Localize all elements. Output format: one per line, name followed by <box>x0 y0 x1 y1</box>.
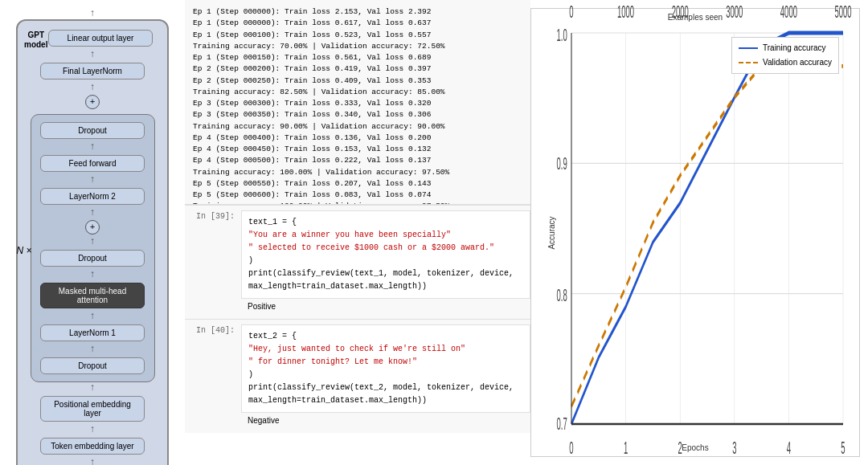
svg-text:0.8: 0.8 <box>557 285 567 305</box>
arrow: ↑ <box>89 312 95 321</box>
arrow: ↑ <box>89 208 95 218</box>
log-line: Ep 1 (Step 000150): Train loss 0.561, Va… <box>193 52 522 63</box>
chart-title-x: Examples seen <box>531 13 859 22</box>
cell1-code[interactable]: text_1 = { "You are a winner you have be… <box>241 210 530 299</box>
layer-attention: Masked multi-headattention <box>40 283 145 308</box>
layer-layernorm1: LayerNorm 1 <box>40 324 145 341</box>
layer-dropout-2: Dropout <box>40 250 145 267</box>
log-line: Ep 5 (Step 000550): Train loss 0.207, Va… <box>193 178 522 190</box>
log-line: Ep 5 (Step 000600): Train loss 0.083, Va… <box>193 190 522 201</box>
log-line: Ep 3 (Step 000300): Train loss 0.333, Va… <box>193 98 522 109</box>
layer-final-layernorm: Final LayerNorm <box>40 63 145 80</box>
legend-training-line <box>739 47 758 49</box>
chart-x-label: Epochs <box>531 443 859 452</box>
code-line: text_1 = { <box>248 216 523 229</box>
arrow: ↑ <box>89 345 95 354</box>
log-line: Ep 1 (Step 000000): Train loss 0.617, Va… <box>193 18 522 29</box>
layer-dropout-1: Dropout <box>40 122 145 139</box>
log-line: Ep 1 (Step 000100): Train loss 0.523, Va… <box>193 30 522 41</box>
training-accuracy-line <box>571 33 843 424</box>
layer-dropout-3: Dropout <box>40 357 145 374</box>
code-cell-1: In [39]: text_1 = { "You are a winner yo… <box>185 205 530 319</box>
validation-accuracy-line <box>571 66 843 406</box>
cell2-code[interactable]: text_2 = { "Hey, just wanted to check if… <box>241 324 530 413</box>
code-line: " for dinner tonight? Let me know!" <box>248 356 523 369</box>
layer-positional: Positional embedding layer <box>40 396 145 422</box>
diagram-section: ↑ GPTmodel Linear output layer ↑ Final L… <box>0 0 185 465</box>
cell2-label: In [40]: <box>185 324 241 335</box>
plus-circle-top: + <box>85 95 100 109</box>
layer-feed-forward: Feed forward <box>40 155 145 172</box>
training-log: Ep 1 (Step 000000): Train loss 2.153, Va… <box>185 0 530 205</box>
legend-validation-line <box>739 62 758 63</box>
code-line: print(classify_review(text_2, model, tok… <box>248 381 523 407</box>
nx-label: N × <box>17 245 32 256</box>
log-line: Training accuracy: 70.00% | Validation a… <box>193 41 522 52</box>
cell2-output: Negative <box>185 413 530 428</box>
chart-y-label: Accuracy <box>547 216 556 249</box>
code-cell-2: In [40]: text_2 = { "Hey, just wanted to… <box>185 319 530 433</box>
arrow: ↑ <box>89 83 95 92</box>
legend-validation: Validation accuracy <box>739 55 832 70</box>
middle-section: Ep 1 (Step 000000): Train loss 2.153, Va… <box>185 0 530 465</box>
chart-section: Examples seen Accuracy Epochs Training a… <box>530 0 868 465</box>
log-line: Ep 3 (Step 000350): Train loss 0.340, Va… <box>193 109 522 120</box>
arrow: ↑ <box>89 383 95 393</box>
arrow: ↑ <box>89 50 95 59</box>
log-line: Training accuracy: 100.00% | Validation … <box>193 167 522 178</box>
log-line: Ep 2 (Step 000250): Train loss 0.409, Va… <box>193 75 522 87</box>
log-line: Training accuracy: 82.50% | Validation a… <box>193 87 522 98</box>
code-line: "You are a winner you have been speciall… <box>248 229 523 242</box>
legend-training-label: Training accuracy <box>763 41 826 55</box>
svg-text:0.7: 0.7 <box>557 414 567 434</box>
cell1-label: In [39]: <box>185 210 241 221</box>
arrow: ↑ <box>89 237 95 247</box>
code-line: ) <box>248 369 523 381</box>
arrow: ↑ <box>89 142 95 152</box>
arrow: ↑ <box>89 270 95 279</box>
layer-linear-output: Linear output layer <box>48 30 153 47</box>
log-line: Ep 2 (Step 000200): Train loss 0.419, Va… <box>193 63 522 75</box>
code-line: ) <box>248 255 523 267</box>
gpt-outer-box: GPTmodel Linear output layer ↑ Final Lay… <box>16 19 169 465</box>
top-arrow: ↑ <box>89 9 95 18</box>
log-line: Ep 4 (Step 000500): Train loss 0.222, Va… <box>193 155 522 166</box>
legend-training: Training accuracy <box>739 41 832 55</box>
code-line: print(classify_review(text_1, model, tok… <box>248 267 523 293</box>
log-line: Ep 1 (Step 000000): Train loss 2.153, Va… <box>193 6 522 18</box>
code-line: text_2 = { <box>248 330 523 343</box>
code-line: "Hey, just wanted to check if we're stil… <box>248 343 523 356</box>
svg-text:1.0: 1.0 <box>557 25 567 45</box>
chart-svg: 1.0 0.9 0.8 0.7 0 1 2 3 4 5 0 1000 2000 … <box>571 33 843 424</box>
chart-legend: Training accuracy Validation accuracy <box>731 37 839 74</box>
arrow: ↑ <box>89 458 95 465</box>
plus-circle-mid: + <box>85 220 100 235</box>
chart-container: Examples seen Accuracy Epochs Training a… <box>530 8 860 457</box>
legend-validation-label: Validation accuracy <box>763 55 832 70</box>
layer-layernorm2: LayerNorm 2 <box>40 188 145 205</box>
log-line: Training accuracy: 90.00% | Validation a… <box>193 121 522 133</box>
log-line: Ep 4 (Step 000400): Train loss 0.136, Va… <box>193 133 522 144</box>
arrow: ↑ <box>89 425 95 434</box>
svg-text:0.9: 0.9 <box>557 154 567 174</box>
log-line: Ep 4 (Step 000450): Train loss 0.153, Va… <box>193 144 522 155</box>
arrow: ↑ <box>89 175 95 185</box>
gpt-label: GPTmodel <box>24 31 47 50</box>
layer-token-embedding: Token embedding layer <box>40 438 145 455</box>
code-line: " selected to receive $1000 cash or a $2… <box>248 242 523 255</box>
cell1-output: Positive <box>185 299 530 314</box>
gpt-inner-box: N × Dropout ↑ Feed forward ↑ LayerNorm 2… <box>31 114 155 382</box>
